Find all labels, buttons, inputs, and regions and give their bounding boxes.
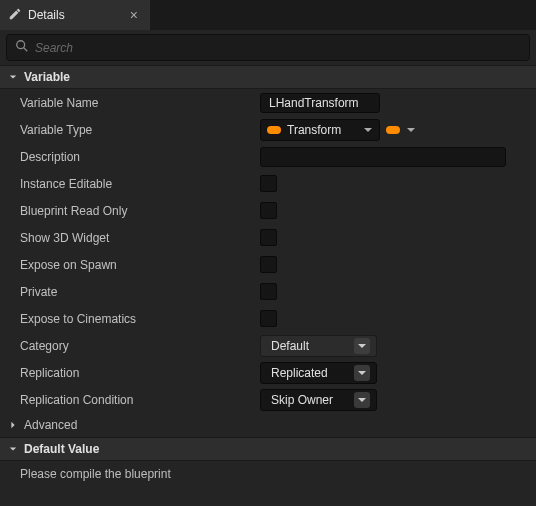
tab-details[interactable]: Details × <box>0 0 150 30</box>
label-replication: Replication <box>0 359 248 386</box>
show-3d-widget-checkbox[interactable] <box>260 229 277 246</box>
chevron-down-icon <box>354 338 370 354</box>
close-icon[interactable]: × <box>126 7 142 23</box>
section-title: Default Value <box>24 442 99 456</box>
section-default-value[interactable]: Default Value <box>0 437 536 461</box>
pencil-icon <box>8 7 22 24</box>
category-dropdown[interactable]: Default <box>260 335 377 357</box>
label-variable-name: Variable Name <box>0 89 248 116</box>
label-description: Description <box>0 143 248 170</box>
svg-line-1 <box>24 48 28 52</box>
search-row <box>0 30 536 65</box>
label-expose-on-spawn: Expose on Spawn <box>0 251 248 278</box>
label-category: Category <box>0 332 248 359</box>
row-instance-editable: Instance Editable <box>0 170 536 197</box>
row-expose-on-spawn: Expose on Spawn <box>0 251 536 278</box>
container-type-icon[interactable] <box>386 126 400 134</box>
variable-type-label: Transform <box>287 123 357 137</box>
description-input[interactable] <box>260 147 506 167</box>
transform-pill-icon <box>267 126 281 134</box>
category-value: Default <box>271 339 309 353</box>
row-replication: Replication Replicated <box>0 359 536 386</box>
label-expose-to-cinematics: Expose to Cinematics <box>0 305 248 332</box>
label-show-3d-widget: Show 3D Widget <box>0 224 248 251</box>
advanced-label: Advanced <box>24 418 77 432</box>
variable-type-dropdown[interactable]: Transform <box>260 119 380 141</box>
section-advanced[interactable]: Advanced <box>0 413 536 437</box>
expose-on-spawn-checkbox[interactable] <box>260 256 277 273</box>
chevron-down-icon <box>8 445 18 453</box>
tab-title: Details <box>28 8 120 22</box>
chevron-right-icon <box>8 421 18 429</box>
label-private: Private <box>0 278 248 305</box>
section-title: Variable <box>24 70 70 84</box>
row-expose-to-cinematics: Expose to Cinematics <box>0 305 536 332</box>
variable-name-input[interactable] <box>260 93 380 113</box>
tab-bar: Details × <box>0 0 536 30</box>
chevron-down-icon <box>354 365 370 381</box>
row-private: Private <box>0 278 536 305</box>
chevron-down-icon <box>354 392 370 408</box>
private-checkbox[interactable] <box>260 283 277 300</box>
row-description: Description <box>0 143 536 170</box>
replication-dropdown[interactable]: Replicated <box>260 362 377 384</box>
instance-editable-checkbox[interactable] <box>260 175 277 192</box>
row-replication-condition: Replication Condition Skip Owner <box>0 386 536 413</box>
label-variable-type: Variable Type <box>0 116 248 143</box>
search-box[interactable] <box>6 34 530 61</box>
expose-to-cinematics-checkbox[interactable] <box>260 310 277 327</box>
replication-condition-dropdown[interactable]: Skip Owner <box>260 389 377 411</box>
replication-condition-value: Skip Owner <box>271 393 333 407</box>
replication-value: Replicated <box>271 366 328 380</box>
row-blueprint-read-only: Blueprint Read Only <box>0 197 536 224</box>
chevron-down-icon <box>8 73 18 81</box>
section-variable[interactable]: Variable <box>0 65 536 89</box>
row-category: Category Default <box>0 332 536 359</box>
chevron-down-icon <box>363 125 373 135</box>
default-value-message: Please compile the blueprint <box>0 461 536 481</box>
svg-point-0 <box>17 41 25 49</box>
search-icon <box>15 39 29 56</box>
blueprint-read-only-checkbox[interactable] <box>260 202 277 219</box>
search-input[interactable] <box>35 41 521 55</box>
chevron-down-icon[interactable] <box>406 125 416 135</box>
label-replication-condition: Replication Condition <box>0 386 248 413</box>
label-blueprint-read-only: Blueprint Read Only <box>0 197 248 224</box>
row-variable-type: Variable Type Transform <box>0 116 536 143</box>
label-instance-editable: Instance Editable <box>0 170 248 197</box>
row-show-3d-widget: Show 3D Widget <box>0 224 536 251</box>
row-variable-name: Variable Name <box>0 89 536 116</box>
